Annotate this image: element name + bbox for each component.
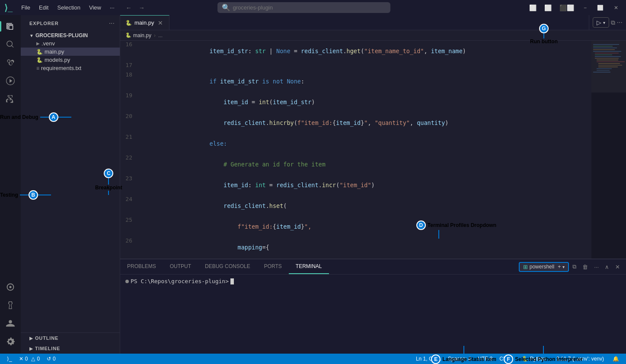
code-line-16: 16 item_id_str: str | None = redis_clien… bbox=[120, 41, 591, 61]
status-notifications[interactable]: 🔔 bbox=[609, 356, 623, 362]
models-py-label: models.py bbox=[45, 57, 70, 63]
menu-edit[interactable]: Edit bbox=[35, 3, 52, 12]
status-encoding[interactable]: UTF-8 bbox=[474, 356, 496, 362]
menu-bar: File Edit Selection View ··· bbox=[18, 3, 118, 12]
panel-tab-terminal[interactable]: TERMINAL bbox=[289, 259, 329, 274]
terminal-kill-button[interactable]: 🗑 bbox=[580, 263, 591, 271]
window-restore-button[interactable]: ⬜ bbox=[594, 0, 607, 15]
breadcrumb-file-icon: 🐍 bbox=[125, 32, 131, 38]
tab-main-py[interactable]: 🐍 main.py ✕ bbox=[120, 15, 169, 30]
status-line-ending[interactable]: CRLF bbox=[496, 356, 516, 362]
status-bar: ⟩_ ✕ 0 △ 0 ↺ 0 Ln 1, Col 1 Spaces: 4 UTF… bbox=[0, 354, 626, 364]
code-line-22: 22 # Generate an id for the item bbox=[120, 154, 591, 175]
sidebar-more-button[interactable]: ··· bbox=[109, 19, 115, 27]
error-count: 0 bbox=[25, 356, 28, 362]
terminal-profile-dropdown[interactable]: ⊞ powershell + ▾ bbox=[519, 262, 569, 272]
terminal-dropdown-arrow[interactable]: ▾ bbox=[562, 265, 565, 269]
terminal-prompt-line: PS C:\Repos\groceries-plugin> bbox=[125, 278, 621, 284]
line-content-27: "item_id": item_id, bbox=[139, 258, 319, 259]
timeline-label: TIMELINE bbox=[35, 346, 60, 351]
activity-bar bbox=[0, 15, 21, 354]
menu-more[interactable]: ··· bbox=[106, 3, 118, 12]
status-left: ⟩_ ✕ 0 △ 0 ↺ 0 bbox=[3, 356, 59, 362]
panel-tab-debug-console[interactable]: DEBUG CONSOLE bbox=[198, 259, 257, 274]
code-line-23: 23 item_id: int = redis_client.incr("ite… bbox=[120, 175, 591, 195]
sync-icon: ↺ bbox=[47, 356, 51, 362]
activity-settings[interactable] bbox=[2, 333, 19, 350]
activity-extensions[interactable] bbox=[2, 90, 19, 108]
window-close-button[interactable]: ✕ bbox=[610, 0, 622, 15]
search-bar[interactable]: 🔍 bbox=[217, 2, 390, 13]
line-content-18: if item_id_str is not None: bbox=[139, 71, 304, 92]
nav-forward-button[interactable]: → bbox=[136, 3, 147, 12]
position-label: Ln 1, Col 1 bbox=[416, 356, 441, 362]
panel-tab-ports[interactable]: PORTS bbox=[257, 259, 289, 274]
editor-more-button[interactable]: ··· bbox=[617, 19, 623, 26]
status-position[interactable]: Ln 1, Col 1 bbox=[412, 356, 444, 362]
activity-run-debug[interactable] bbox=[2, 72, 19, 89]
minimap-visual bbox=[591, 41, 626, 205]
tree-item-venv[interactable]: ▶ .venv bbox=[21, 39, 120, 48]
activity-remote[interactable] bbox=[2, 278, 19, 296]
layout-toggle-button[interactable]: ⬜ bbox=[527, 3, 539, 12]
split-editor-button[interactable]: ⧉ bbox=[611, 19, 615, 26]
window-minimize-button[interactable]: − bbox=[580, 0, 590, 15]
activity-source-control[interactable] bbox=[2, 54, 19, 71]
terminal-split-button[interactable]: ⧉ bbox=[570, 262, 579, 271]
project-name-label: GROCERIES-PLUGIN bbox=[35, 32, 88, 38]
activity-account[interactable] bbox=[2, 315, 19, 332]
tab-close-button[interactable]: ✕ bbox=[157, 19, 164, 26]
menu-file[interactable]: File bbox=[18, 3, 34, 12]
status-right: Ln 1, Col 1 Spaces: 4 UTF-8 CRLF 🐍 Pytho… bbox=[412, 354, 623, 364]
line-number-26: 26 bbox=[120, 237, 139, 244]
tree-project-root[interactable]: ▼ GROCERIES-PLUGIN bbox=[21, 32, 120, 39]
terminal-content[interactable]: PS C:\Repos\groceries-plugin> bbox=[120, 275, 626, 354]
timeline-header[interactable]: ▶ TIMELINE bbox=[21, 343, 120, 354]
line-number-16: 16 bbox=[120, 41, 139, 48]
status-errors-warnings[interactable]: ✕ 0 △ 0 bbox=[16, 356, 43, 362]
activity-testing[interactable] bbox=[2, 297, 19, 314]
tab-file-icon: 🐍 bbox=[125, 20, 132, 26]
search-input[interactable] bbox=[233, 4, 386, 11]
status-remote-button[interactable]: ⟩_ bbox=[3, 356, 16, 362]
tree-item-main-py[interactable]: 🐍 main.py bbox=[21, 48, 120, 56]
panel-maximize-button[interactable]: ∧ bbox=[602, 263, 612, 271]
menu-view[interactable]: View bbox=[86, 3, 105, 12]
tree-item-models-py[interactable]: 🐍 models.py bbox=[21, 56, 120, 64]
vscode-logo-icon: ⟩_ bbox=[4, 3, 13, 13]
status-remote-sync[interactable]: ↺ 0 bbox=[43, 356, 59, 362]
layout-custom-button[interactable]: ⬛⬜ bbox=[557, 3, 577, 12]
line-content-26: mapping={ bbox=[139, 237, 269, 258]
run-button[interactable]: ▷ ▾ bbox=[593, 17, 609, 28]
activity-search[interactable] bbox=[2, 36, 19, 53]
python-file-icon-2: 🐍 bbox=[36, 57, 43, 63]
line-number-22: 22 bbox=[120, 154, 139, 161]
run-button-area: ▷ ▾ ⧉ ··· bbox=[589, 15, 626, 30]
outline-header[interactable]: ▶ OUTLINE bbox=[21, 333, 120, 343]
panel-tab-output[interactable]: OUTPUT bbox=[163, 259, 198, 274]
line-content-21: else: bbox=[139, 133, 227, 154]
titlebar: ⟩_ File Edit Selection View ··· ← → 🔍 ⬜ … bbox=[0, 0, 626, 15]
nav-back-button[interactable]: ← bbox=[123, 3, 134, 12]
tree-item-requirements[interactable]: ≡ requirements.txt bbox=[21, 64, 120, 72]
terminal-more-button[interactable]: ··· bbox=[591, 263, 601, 271]
code-editor[interactable]: 16 item_id_str: str | None = redis_clien… bbox=[120, 41, 591, 259]
panel-close-button[interactable]: ✕ bbox=[613, 263, 623, 271]
breadcrumb-more[interactable]: ... bbox=[158, 32, 163, 38]
terminal-more-icon: ··· bbox=[594, 264, 599, 270]
python-interpreter-item[interactable]: 3.11.7 ('.venv': venv) bbox=[552, 355, 608, 363]
file-tree: ▼ GROCERIES-PLUGIN ▶ .venv 🐍 main.py 🐍 m… bbox=[21, 30, 120, 332]
terminal-add-icon[interactable]: + bbox=[556, 264, 561, 270]
editor-content: 16 item_id_str: str | None = redis_clien… bbox=[120, 41, 626, 259]
breadcrumb-file[interactable]: 🐍 main.py bbox=[125, 32, 151, 38]
language-label: Python bbox=[530, 356, 546, 362]
activity-explorer[interactable] bbox=[2, 18, 19, 35]
language-status-item[interactable]: 🐍 Python bbox=[517, 355, 550, 363]
layout-editor-button[interactable]: ⬜ bbox=[542, 3, 554, 12]
problems-label: PROBLEMS bbox=[127, 263, 156, 269]
powershell-label: powershell bbox=[530, 264, 554, 270]
panel-tab-problems[interactable]: PROBLEMS bbox=[120, 259, 163, 274]
status-spaces[interactable]: Spaces: 4 bbox=[444, 356, 474, 362]
menu-selection[interactable]: Selection bbox=[54, 3, 83, 12]
folder-collapsed-icon: ▶ bbox=[36, 41, 40, 46]
